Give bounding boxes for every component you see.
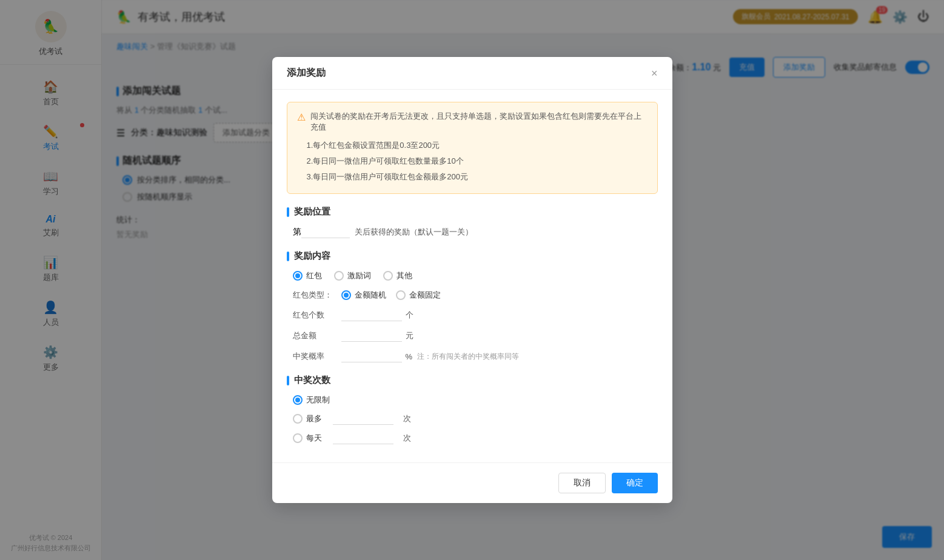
win-daily-unit: 次 <box>403 433 411 444</box>
modal-confirm-btn[interactable]: 确定 <box>612 473 658 493</box>
warning-tip-1: 1.每个红包金额设置范围是0.3至200元 <box>297 138 648 153</box>
content-opt-red-packet[interactable]: 红包 <box>293 270 322 281</box>
win-max-input[interactable] <box>333 413 393 425</box>
content-opt-encourage[interactable]: 激励词 <box>334 270 371 281</box>
packet-type-fixed[interactable]: 金额固定 <box>396 290 441 301</box>
modal-footer: 取消 确定 <box>272 462 672 503</box>
packet-count-row: 红包个数 个 <box>293 309 658 321</box>
modal-close-btn[interactable]: × <box>651 68 658 79</box>
packet-prob-note: 注：所有闯关者的中奖概率同等 <box>417 352 519 362</box>
packet-total-unit: 元 <box>406 330 413 341</box>
content-opt-other[interactable]: 其他 <box>383 270 412 281</box>
win-radio-unlimited[interactable] <box>293 395 303 405</box>
win-radio-daily[interactable] <box>293 433 303 443</box>
position-suffix: 关后获得的奖励（默认一题一关） <box>355 227 473 238</box>
warning-icon: ⚠ <box>297 112 306 123</box>
win-times-unlimited[interactable]: 无限制 <box>293 395 330 405</box>
warning-box: ⚠ 闯关试卷的奖励在开考后无法更改，且只支持单选题，奖励设置如果包含红包则需要先… <box>287 102 658 194</box>
warning-header: ⚠ 闯关试卷的奖励在开考后无法更改，且只支持单选题，奖励设置如果包含红包则需要先… <box>297 111 648 133</box>
packet-prob-row: 中奖概率 % 注：所有闯关者的中奖概率同等 <box>293 350 658 362</box>
position-prefix: 第 <box>293 227 301 238</box>
modal-overlay[interactable]: 添加奖励 × ⚠ 闯关试卷的奖励在开考后无法更改，且只支持单选题，奖励设置如果包… <box>0 0 944 560</box>
packet-type-row: 红包类型： 金额随机 金额固定 <box>293 290 658 301</box>
packet-type-random[interactable]: 金额随机 <box>341 290 386 301</box>
modal-body: ⚠ 闯关试卷的奖励在开考后无法更改，且只支持单选题，奖励设置如果包含红包则需要先… <box>272 90 672 462</box>
red-packet-subform: 红包类型： 金额随机 金额固定 <box>287 290 658 362</box>
reward-position-row: 第 关后获得的奖励（默认一题一关） <box>287 226 658 238</box>
reward-position-section: 奖励位置 第 关后获得的奖励（默认一题一关） <box>287 206 658 238</box>
packet-count-unit: 个 <box>406 310 413 321</box>
position-input[interactable] <box>301 226 350 238</box>
packet-type-label: 红包类型： <box>293 290 341 301</box>
reward-content-section: 奖励内容 红包 激励词 其他 <box>287 250 658 362</box>
modal-cancel-btn[interactable]: 取消 <box>558 473 606 493</box>
packet-type-random-label: 金额随机 <box>355 290 386 301</box>
content-opt-encourage-label: 激励词 <box>347 270 371 281</box>
warning-list: 1.每个红包金额设置范围是0.3至200元 2.每日同一微信用户可领取红包数量最… <box>297 138 648 185</box>
win-unlimited-label: 无限制 <box>306 395 330 405</box>
content-radio-encourage[interactable] <box>334 271 344 281</box>
win-radio-max[interactable] <box>293 414 303 424</box>
packet-total-row: 总金额 元 <box>293 330 658 342</box>
packet-count-input[interactable] <box>341 309 402 321</box>
win-times-daily-row: 每天 次 <box>293 432 658 444</box>
add-reward-modal: 添加奖励 × ⚠ 闯关试卷的奖励在开考后无法更改，且只支持单选题，奖励设置如果包… <box>272 57 672 503</box>
win-daily-input[interactable] <box>333 432 393 444</box>
modal-header: 添加奖励 × <box>272 57 672 90</box>
warning-main-text: 闯关试卷的奖励在开考后无法更改，且只支持单选题，奖励设置如果包含红包则需要先在平… <box>310 111 648 133</box>
win-times-title: 中奖次数 <box>287 375 658 386</box>
packet-count-label: 红包个数 <box>293 310 341 321</box>
win-daily-label: 每天 <box>306 433 322 444</box>
modal-title: 添加奖励 <box>287 67 326 79</box>
packet-prob-label: 中奖概率 <box>293 351 341 362</box>
content-opt-other-label: 其他 <box>397 270 412 281</box>
packet-type-options: 金额随机 金额固定 <box>341 290 441 301</box>
win-times-max[interactable]: 最多 <box>293 413 322 424</box>
win-max-label: 最多 <box>306 413 322 424</box>
warning-tip-3: 3.每日同一微信用户可领取红包金额最多200元 <box>297 169 648 185</box>
content-radio-red-packet[interactable] <box>293 271 303 281</box>
reward-content-title: 奖励内容 <box>287 250 658 262</box>
content-radio-other[interactable] <box>383 271 393 281</box>
win-times-daily[interactable]: 每天 <box>293 433 322 444</box>
packet-total-label: 总金额 <box>293 330 341 341</box>
win-times-max-row: 最多 次 <box>293 413 658 425</box>
packet-radio-random[interactable] <box>341 290 351 300</box>
win-times-section: 中奖次数 无限制 最多 <box>287 375 658 444</box>
packet-type-fixed-label: 金额固定 <box>409 290 441 301</box>
win-times-options: 无限制 最多 次 <box>287 395 658 444</box>
content-opt-red-packet-label: 红包 <box>306 270 322 281</box>
packet-prob-unit: % <box>406 352 413 361</box>
content-type-row: 红包 激励词 其他 <box>287 270 658 281</box>
win-max-unit: 次 <box>403 413 411 424</box>
packet-prob-input[interactable] <box>341 350 402 362</box>
reward-position-title: 奖励位置 <box>287 206 658 218</box>
packet-radio-fixed[interactable] <box>396 290 406 300</box>
warning-tip-2: 2.每日同一微信用户可领取红包数量最多10个 <box>297 153 648 169</box>
packet-total-input[interactable] <box>341 330 402 342</box>
win-times-unlimited-row: 无限制 <box>293 395 658 405</box>
